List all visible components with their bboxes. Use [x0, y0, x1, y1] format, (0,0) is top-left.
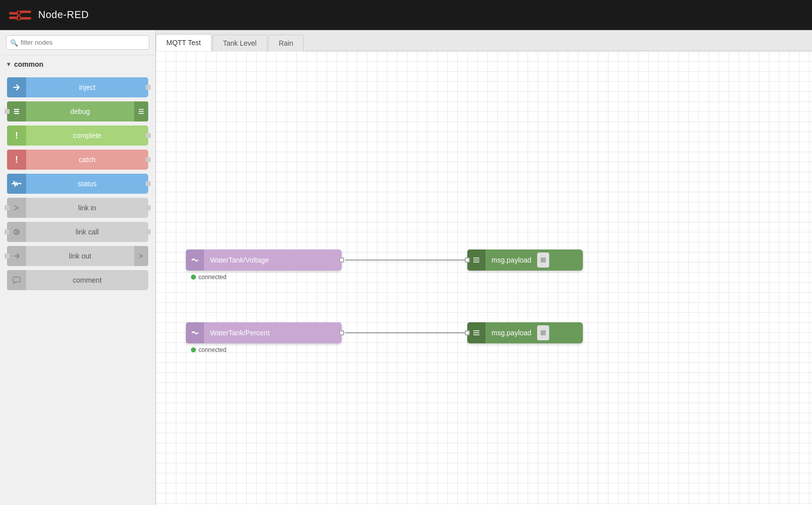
link-out-icon — [12, 251, 21, 261]
output-port — [146, 85, 151, 90]
status-text: connected — [198, 274, 226, 281]
input-port-2 — [465, 330, 470, 335]
status-dot-circle-2 — [191, 347, 196, 352]
arrow-icon — [138, 252, 145, 260]
link-call-icon — [12, 227, 21, 236]
mqtt-icon-svg-2 — [189, 327, 200, 338]
output-port — [146, 181, 151, 186]
comment-icon — [12, 276, 21, 285]
flow-node-watertank-percent[interactable]: WaterTank/Percent connected — [186, 322, 342, 343]
search-input[interactable] — [6, 35, 149, 50]
link-in-icon — [12, 203, 21, 212]
sidebar-item-complete[interactable]: ! complete — [7, 125, 148, 146]
input-port — [465, 258, 470, 263]
tab-rain[interactable]: Rain — [268, 35, 304, 51]
watertank-voltage-label: WaterTank/Voltage — [204, 256, 275, 264]
header: Node-RED — [0, 0, 812, 30]
search-icon: 🔍 — [10, 39, 18, 46]
output-port-2 — [339, 330, 344, 335]
input-port — [5, 109, 10, 114]
sidebar-item-linkcall[interactable]: link call — [7, 222, 148, 242]
input-port — [5, 229, 10, 234]
sidebar-item-debug[interactable]: debug — [7, 101, 148, 121]
arrow-right-icon — [12, 83, 21, 92]
flow-node-msgpayload-2[interactable]: msg.payload — [467, 322, 583, 343]
mqtt-icon-svg — [189, 255, 200, 266]
main-layout: 🔍 ▾ common inject de — [0, 30, 812, 505]
tab-mqtt-test[interactable]: MQTT Test — [156, 34, 212, 51]
output-port — [146, 205, 151, 210]
watertank-percent-label: WaterTank/Percent — [204, 329, 276, 337]
category-label: common — [14, 60, 43, 68]
node-list: inject debug ! complete — [0, 73, 155, 294]
debug-icon-1 — [467, 249, 485, 271]
exclamation-icon: ! — [15, 131, 18, 141]
debug-btn-icon — [540, 257, 547, 264]
mqtt-in-icon-2 — [186, 322, 204, 343]
canvas-area: MQTT Test Tank Level Rain — [156, 30, 812, 505]
output-port — [146, 229, 151, 234]
output-port — [146, 133, 151, 138]
chevron-icon: ▾ — [7, 61, 10, 68]
debug-list-icon — [472, 256, 480, 264]
connection-status-2: connected — [191, 346, 226, 353]
msgpayload-2-label: msg.payload — [485, 329, 537, 337]
list-right-icon — [138, 108, 145, 115]
sidebar-item-comment[interactable]: comment — [7, 270, 148, 290]
mqtt-in-icon — [186, 249, 204, 271]
svg-rect-14 — [13, 277, 20, 282]
app-title: Node-RED — [38, 9, 89, 21]
flow-node-watertank-voltage[interactable]: WaterTank/Voltage connected — [186, 249, 342, 271]
search-bar: 🔍 — [0, 30, 155, 55]
logo-icon — [8, 7, 33, 23]
svg-rect-3 — [20, 17, 31, 20]
svg-rect-2 — [20, 11, 31, 13]
list-icon — [12, 107, 21, 116]
waveform-icon — [12, 180, 22, 188]
sidebar-item-linkin[interactable]: link in — [7, 198, 148, 218]
debug-toggle-2[interactable] — [537, 322, 551, 343]
output-port — [146, 157, 151, 162]
debug-list-icon-2 — [472, 329, 480, 337]
status-dot-circle — [191, 275, 196, 280]
tabs-bar: MQTT Test Tank Level Rain — [156, 30, 812, 51]
category-header[interactable]: ▾ common — [0, 55, 155, 73]
sidebar-item-linkout[interactable]: link out — [7, 246, 148, 266]
msgpayload-1-label: msg.payload — [485, 256, 537, 264]
svg-rect-22 — [541, 330, 546, 335]
tab-tank-level[interactable]: Tank Level — [213, 35, 267, 51]
flow-node-msgpayload-1[interactable]: msg.payload — [467, 249, 583, 271]
sidebar: 🔍 ▾ common inject de — [0, 30, 156, 505]
debug-btn-2[interactable] — [537, 325, 549, 340]
input-port — [5, 205, 10, 210]
connections-layer — [156, 51, 812, 505]
node-red-logo-svg — [8, 7, 33, 23]
sidebar-item-inject[interactable]: inject — [7, 77, 148, 97]
status-text-2: connected — [198, 346, 226, 353]
sidebar-item-catch[interactable]: ! catch — [7, 150, 148, 170]
debug-toggle-1[interactable] — [537, 249, 551, 271]
exclamation-icon: ! — [15, 155, 18, 165]
debug-icon-2 — [467, 322, 485, 343]
flow-canvas[interactable]: WaterTank/Voltage connected msg.payload — [156, 51, 812, 505]
svg-rect-18 — [541, 258, 546, 263]
output-port — [339, 258, 344, 263]
input-port — [5, 254, 10, 259]
sidebar-item-status[interactable]: status — [7, 174, 148, 194]
debug-btn-icon-2 — [540, 329, 547, 336]
connection-status-1: connected — [191, 274, 226, 281]
debug-btn-1[interactable] — [537, 252, 549, 268]
